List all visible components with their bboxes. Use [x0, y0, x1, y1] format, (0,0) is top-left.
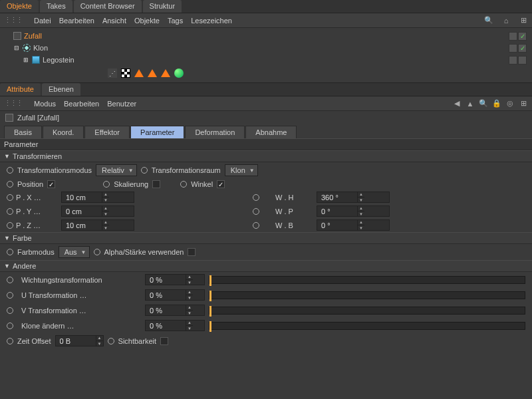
anim-ring-icon[interactable] — [103, 181, 110, 188]
spinner[interactable]: ▲▼ — [102, 219, 109, 231]
field-wh[interactable]: ▲▼ — [317, 192, 390, 203]
menu-lesezeichen[interactable]: Lesezeichen — [191, 17, 232, 25]
anim-ring-icon[interactable] — [141, 167, 148, 174]
field-wichtung[interactable]: ▲▼ — [145, 274, 205, 285]
anim-ring-icon[interactable] — [7, 249, 13, 255]
ptab-basis[interactable]: Basis — [4, 126, 42, 138]
ptab-koord[interactable]: Koord. — [43, 126, 84, 138]
dropdown-transformspace[interactable]: Klon ▼ — [225, 164, 258, 176]
expander-icon[interactable] — [4, 33, 11, 39]
spinner[interactable]: ▲▼ — [102, 192, 109, 203]
ptab-parameter[interactable]: Parameter — [130, 126, 184, 138]
menu-datei[interactable]: Datei — [34, 17, 51, 25]
spinner[interactable]: ▲▼ — [96, 335, 103, 346]
anim-ring-icon[interactable] — [7, 307, 13, 314]
field-wp[interactable]: ▲▼ — [317, 205, 390, 217]
toggle-visibility[interactable] — [509, 32, 517, 41]
spinner[interactable]: ▲▼ — [186, 289, 193, 301]
tab-takes[interactable]: Takes — [40, 0, 73, 13]
dropdown-farbmodus[interactable]: Aus ▼ — [59, 246, 90, 258]
material-tag-icon[interactable] — [174, 68, 184, 78]
expander-icon[interactable]: ⊟ — [13, 45, 20, 51]
menu-ansicht[interactable]: Ansicht — [102, 17, 126, 25]
warning-icon[interactable] — [134, 69, 144, 77]
spinner[interactable]: ▲▼ — [357, 205, 364, 217]
field-u-transform[interactable]: ▲▼ — [145, 289, 205, 301]
ptab-effektor[interactable]: Effektor — [84, 126, 130, 138]
tab-attribute[interactable]: Attribute — [0, 83, 41, 96]
menu-bearbeiten-attr[interactable]: Bearbeiten — [64, 100, 99, 108]
tree-item-zufall[interactable]: Zufall ✓ — [1, 30, 531, 42]
anim-ring-icon[interactable] — [7, 167, 13, 174]
nav-up-icon[interactable]: ▲ — [466, 99, 475, 108]
search-icon[interactable]: 🔍 — [479, 99, 488, 108]
warning-icon[interactable] — [148, 69, 157, 77]
anim-ring-icon[interactable] — [7, 208, 13, 215]
field-py[interactable]: ▲▼ — [61, 205, 134, 217]
anim-ring-icon[interactable] — [7, 338, 13, 344]
anim-ring-icon[interactable] — [7, 277, 13, 283]
section-andere[interactable]: ▼ Andere — [0, 260, 532, 272]
anim-ring-icon[interactable] — [253, 194, 259, 201]
section-transformieren[interactable]: ▼ Transformieren — [0, 150, 532, 162]
tab-objekte[interactable]: Objekte — [0, 0, 39, 13]
grip-icon[interactable]: ⋮⋮⋮ — [4, 99, 22, 108]
toggle-render[interactable] — [518, 56, 527, 65]
ptab-deformation[interactable]: Deformation — [185, 126, 245, 138]
field-pz[interactable]: ▲▼ — [61, 219, 134, 231]
slider-handle[interactable] — [209, 306, 211, 317]
more-icon[interactable]: ⋰ — [108, 68, 117, 78]
menu-modus[interactable]: Modus — [34, 100, 56, 108]
toggle-visibility[interactable] — [509, 44, 517, 53]
field-klone-aendern[interactable]: ▲▼ — [145, 320, 205, 331]
toggle-enable[interactable]: ✓ — [518, 32, 527, 41]
field-wb[interactable]: ▲▼ — [317, 219, 390, 231]
expand-icon[interactable]: ⊞ — [519, 99, 528, 108]
checkbox-alpha[interactable] — [188, 248, 196, 256]
anim-ring-icon[interactable] — [7, 181, 13, 188]
expand-icon[interactable]: ⊞ — [519, 16, 528, 25]
tree-item-legostein[interactable]: ⊞ Legostein — [1, 54, 531, 66]
anim-ring-icon[interactable] — [7, 292, 13, 299]
search-icon[interactable]: 🔍 — [484, 16, 493, 25]
field-v-transform[interactable]: ▲▼ — [145, 305, 205, 316]
spinner[interactable]: ▲▼ — [186, 320, 193, 331]
checkbox-winkel[interactable]: ✓ — [217, 180, 225, 188]
spinner[interactable]: ▲▼ — [186, 274, 193, 285]
anim-ring-icon[interactable] — [108, 338, 114, 344]
slider-wichtung[interactable] — [209, 276, 525, 284]
checkbox-sichtbarkeit[interactable] — [160, 337, 168, 345]
target-icon[interactable]: ◎ — [505, 99, 515, 108]
expander-icon[interactable]: ⊞ — [23, 57, 29, 63]
ptab-abnahme[interactable]: Abnahme — [245, 126, 297, 138]
menu-objekte[interactable]: Objekte — [134, 17, 160, 25]
texture-tag-icon[interactable] — [121, 68, 130, 78]
slider-handle[interactable] — [209, 291, 211, 301]
slider-u-transform[interactable] — [209, 291, 525, 299]
spinner[interactable]: ▲▼ — [357, 219, 364, 231]
menu-bearbeiten[interactable]: Bearbeiten — [59, 17, 94, 25]
spinner[interactable]: ▲▼ — [357, 192, 364, 203]
anim-ring-icon[interactable] — [7, 323, 13, 329]
checkbox-position[interactable]: ✓ — [47, 180, 55, 188]
section-farbe[interactable]: ▼ Farbe — [0, 232, 532, 244]
nav-back-icon[interactable]: ◀ — [452, 99, 462, 108]
tab-struktur[interactable]: Struktur — [143, 0, 183, 13]
anim-ring-icon[interactable] — [180, 181, 187, 188]
field-zeit-offset[interactable]: ▲▼ — [55, 335, 104, 346]
anim-ring-icon[interactable] — [253, 222, 259, 229]
anim-ring-icon[interactable] — [7, 222, 13, 229]
spinner[interactable]: ▲▼ — [102, 205, 109, 217]
anim-ring-icon[interactable] — [253, 208, 259, 215]
grip-icon[interactable]: ⋮⋮⋮ — [4, 16, 22, 25]
slider-handle[interactable] — [209, 321, 211, 332]
menu-benutzer[interactable]: Benutzer — [107, 100, 136, 108]
warning-icon[interactable] — [161, 69, 170, 77]
menu-tags[interactable]: Tags — [168, 17, 183, 25]
toggle-enable[interactable]: ✓ — [518, 44, 527, 53]
tab-content-browser[interactable]: Content Browser — [74, 0, 142, 13]
tree-item-klon[interactable]: ⊟ Klon ✓ — [1, 42, 531, 54]
slider-handle[interactable] — [209, 275, 211, 286]
tab-ebenen[interactable]: Ebenen — [42, 83, 81, 96]
anim-ring-icon[interactable] — [94, 249, 100, 255]
